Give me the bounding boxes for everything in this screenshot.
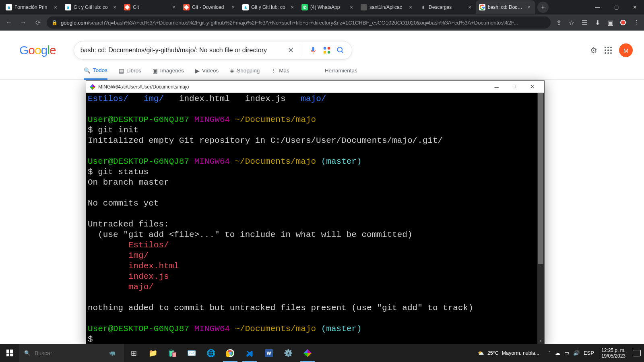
reload-button[interactable]: ⟳ bbox=[32, 17, 43, 28]
apps-grid-icon[interactable] bbox=[605, 47, 612, 54]
browser-tab[interactable]: Git× bbox=[121, 0, 180, 14]
browser-tab[interactable]: aGit y GitHub: co× bbox=[239, 0, 298, 14]
tab-close-icon[interactable]: × bbox=[526, 4, 532, 10]
tab-title: Git - Download bbox=[192, 4, 228, 10]
svg-rect-1 bbox=[328, 47, 330, 49]
search-input[interactable] bbox=[80, 47, 282, 54]
task-view-icon[interactable]: ⊞ bbox=[124, 344, 143, 362]
tab-libros[interactable]: ▤Libros bbox=[119, 68, 141, 79]
search-result-tabs: 🔍Todos ▤Libros ▣Imágenes ▶Videos ◈Shoppi… bbox=[0, 60, 644, 80]
browser-tab[interactable]: ✆(4) WhatsApp× bbox=[298, 0, 357, 14]
settings-icon[interactable]: ⚙ bbox=[590, 45, 597, 55]
tab-close-icon[interactable]: × bbox=[467, 4, 473, 10]
chrome-menu-icon[interactable]: ⋮ bbox=[631, 18, 641, 27]
clock[interactable]: 12:25 p. m. 19/05/2023 bbox=[598, 348, 629, 359]
forward-button[interactable]: → bbox=[18, 17, 29, 28]
weather-text: Mayorm. nubla... bbox=[502, 350, 539, 356]
tab-strip: aFormación Prin×aGit y GitHub: co×Git×Gi… bbox=[0, 0, 644, 14]
more-icon: ⋮ bbox=[271, 68, 277, 74]
terminal-body[interactable]: Estilos/ img/ index.html index.js majo/ … bbox=[86, 93, 544, 345]
battery-icon[interactable]: ▭ bbox=[564, 350, 569, 356]
browser-tab[interactable]: aGit y GitHub: co× bbox=[62, 0, 121, 14]
chrome-icon[interactable] bbox=[221, 344, 240, 362]
search-highlight-icon: 🦏 bbox=[105, 344, 119, 362]
terminal-titlebar[interactable]: MINGW64:/c/Users/User/Documents/majo — ☐… bbox=[86, 81, 544, 93]
tab-close-icon[interactable]: × bbox=[289, 4, 295, 10]
lens-search-icon[interactable] bbox=[322, 45, 332, 55]
record-icon[interactable] bbox=[618, 18, 628, 27]
notifications-icon[interactable] bbox=[633, 350, 641, 356]
google-logo[interactable]: Google bbox=[19, 43, 56, 57]
tab-shopping[interactable]: ◈Shopping bbox=[230, 68, 260, 79]
volume-icon[interactable]: 🔊 bbox=[573, 350, 580, 356]
terminal-close[interactable]: ✕ bbox=[523, 81, 541, 93]
share-icon[interactable]: ⇪ bbox=[554, 18, 564, 27]
tab-close-icon[interactable]: × bbox=[230, 4, 236, 10]
system-tray: ⛅ 25°C Mayorm. nubla... ˄ ☁ ▭ 🔊 ESP 12:2… bbox=[478, 344, 644, 362]
search-box[interactable]: ✕ bbox=[74, 41, 352, 60]
voice-search-icon[interactable] bbox=[308, 45, 318, 55]
bookmark-icon[interactable]: ☆ bbox=[567, 18, 576, 27]
search-icon: 🔍 bbox=[24, 350, 31, 356]
terminal-maximize[interactable]: ☐ bbox=[506, 81, 523, 93]
window-maximize[interactable]: ▢ bbox=[607, 0, 625, 14]
tools-button[interactable]: Herramientas bbox=[325, 68, 357, 78]
window-close[interactable]: ✕ bbox=[625, 0, 644, 14]
file-explorer-icon[interactable]: 📁 bbox=[143, 344, 163, 362]
weather-temp: 25°C bbox=[487, 350, 499, 356]
avatar[interactable]: M bbox=[619, 43, 633, 57]
terminal-minimize[interactable]: — bbox=[488, 81, 506, 93]
clock-date: 19/05/2023 bbox=[601, 353, 625, 359]
tray-chevron-up-icon[interactable]: ˄ bbox=[548, 350, 551, 356]
edge-icon[interactable]: 🌐 bbox=[201, 344, 221, 362]
clear-search-icon[interactable]: ✕ bbox=[286, 45, 296, 55]
weather-widget[interactable]: ⛅ 25°C Mayorm. nubla... bbox=[478, 350, 539, 356]
tab-title: Git bbox=[133, 4, 169, 10]
browser-tab[interactable]: aFormación Prin× bbox=[2, 0, 62, 14]
browser-tab[interactable]: Git - Download× bbox=[180, 0, 239, 14]
tab-close-icon[interactable]: × bbox=[349, 4, 354, 10]
browser-tab[interactable]: bash: cd: Docum× bbox=[476, 0, 535, 14]
tab-todos[interactable]: 🔍Todos bbox=[84, 67, 107, 80]
tab-favicon: ✆ bbox=[301, 4, 308, 10]
browser-tab[interactable]: ⬇Descargas× bbox=[417, 0, 476, 14]
window-controls: — ▢ ✕ bbox=[588, 0, 644, 14]
word-icon[interactable]: W bbox=[259, 344, 279, 362]
tab-close-icon[interactable]: × bbox=[53, 4, 58, 10]
back-button[interactable]: ← bbox=[3, 17, 14, 28]
terminal-scrollbar[interactable]: ▾ bbox=[537, 93, 544, 345]
browser-toolbar: ← → ⟳ 🔒 google.com/search?q=bash%3A+cd%3… bbox=[0, 14, 644, 31]
tab-videos[interactable]: ▶Videos bbox=[195, 68, 219, 79]
search-icon: 🔍 bbox=[84, 67, 91, 74]
tab-close-icon[interactable]: × bbox=[171, 4, 177, 10]
taskbar-search-input[interactable] bbox=[35, 350, 101, 356]
vscode-icon[interactable] bbox=[240, 344, 259, 362]
divider bbox=[300, 45, 300, 56]
taskbar-search[interactable]: 🔍 🦏 bbox=[19, 344, 124, 362]
onedrive-icon[interactable]: ☁ bbox=[555, 350, 560, 356]
git-bash-icon[interactable] bbox=[298, 344, 317, 362]
browser-tab[interactable]: sant1ln/Aplicac× bbox=[357, 0, 417, 14]
tab-close-icon[interactable]: × bbox=[112, 4, 118, 10]
header-right: ⚙ M bbox=[590, 43, 633, 57]
tab-imagenes[interactable]: ▣Imágenes bbox=[153, 68, 184, 79]
mail-icon[interactable]: ✉️ bbox=[182, 344, 201, 362]
tab-favicon bbox=[183, 4, 190, 10]
browser-frame: aFormación Prin×aGit y GitHub: co×Git×Gi… bbox=[0, 0, 644, 31]
settings-icon[interactable]: ⚙️ bbox=[279, 344, 298, 362]
scrollbar-thumb[interactable] bbox=[538, 93, 543, 264]
panel-icon[interactable]: ▣ bbox=[605, 18, 615, 27]
window-minimize[interactable]: — bbox=[588, 0, 607, 14]
search-button-icon[interactable] bbox=[336, 45, 345, 55]
microsoft-store-icon[interactable]: 🛍️ bbox=[163, 344, 182, 362]
language-indicator[interactable]: ESP bbox=[584, 350, 594, 356]
reading-list-icon[interactable]: ☰ bbox=[580, 18, 589, 27]
download-icon[interactable]: ⬇ bbox=[592, 18, 602, 27]
new-tab-button[interactable]: + bbox=[537, 2, 549, 13]
tab-title: Git y GitHub: co bbox=[251, 4, 287, 10]
start-button[interactable] bbox=[0, 344, 19, 362]
tab-close-icon[interactable]: × bbox=[408, 4, 413, 10]
tab-mas[interactable]: ⋮Más bbox=[271, 68, 289, 79]
address-bar[interactable]: 🔒 google.com/search?q=bash%3A+cd%3A+Docu… bbox=[47, 16, 551, 29]
toolbar-actions: ⇪ ☆ ☰ ⬇ ▣ ⋮ bbox=[554, 18, 641, 27]
